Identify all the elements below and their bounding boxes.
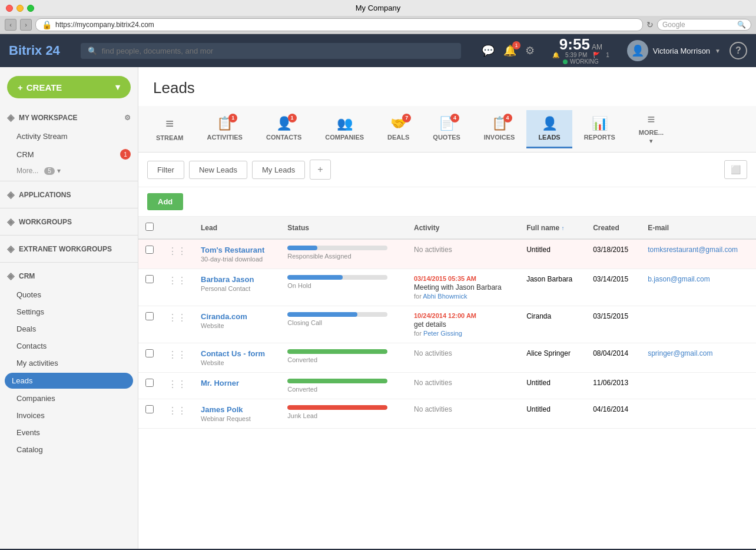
sidebar-item-my-activities[interactable]: My activities: [0, 354, 138, 372]
fullname-header[interactable]: Full name ↑: [519, 217, 586, 239]
header-search-bar[interactable]: 🔍: [81, 43, 461, 59]
filter-button[interactable]: Filter: [147, 161, 184, 179]
lead-name-link[interactable]: James Polk: [201, 405, 273, 414]
email-header[interactable]: E-mail: [641, 217, 756, 239]
row-checkbox-cell[interactable]: [138, 373, 161, 399]
activity-header[interactable]: Activity: [407, 217, 519, 239]
browser-toolbar: ‹ › 🔒 https://mycompany.bitrix24.com ↻ G…: [0, 16, 756, 34]
row-checkbox[interactable]: [145, 312, 154, 320]
status-bar-fill: [287, 379, 387, 383]
my-leads-button[interactable]: My Leads: [252, 161, 305, 179]
tab-invoices[interactable]: 📋 4 INVOICES: [472, 110, 527, 148]
chat-icon[interactable]: 💬: [482, 44, 495, 57]
sidebar-item-contacts[interactable]: Contacts: [0, 337, 138, 354]
sidebar-item-deals[interactable]: Deals: [0, 320, 138, 337]
sidebar-item-crm[interactable]: CRM 1: [0, 145, 138, 164]
status-bar-container: Closing Call: [287, 312, 387, 326]
row-checkbox-cell[interactable]: [138, 343, 161, 373]
add-button[interactable]: Add: [147, 193, 183, 210]
created-cell: 03/14/2015: [586, 269, 641, 306]
select-all-header[interactable]: [138, 217, 161, 239]
notification-icon[interactable]: 🔔 1: [503, 44, 516, 57]
status-cell: Responsible Assigned: [280, 239, 407, 269]
browser-search[interactable]: Google 🔍: [657, 19, 751, 31]
row-checkbox[interactable]: [145, 379, 154, 387]
expand-button[interactable]: ⬜: [724, 160, 747, 179]
working-label: WORKING: [570, 58, 599, 65]
sidebar-item-more[interactable]: More... 5 ▾: [0, 164, 138, 178]
tab-deals[interactable]: 🤝 7 DEALS: [376, 110, 421, 148]
tab-quotes[interactable]: 📄 4 QUOTES: [421, 110, 472, 148]
help-button[interactable]: ?: [730, 42, 747, 59]
tab-reports[interactable]: 📊 REPORTS: [572, 110, 627, 148]
created-date: 08/04/2014: [593, 349, 628, 357]
sidebar-item-quotes[interactable]: Quotes: [0, 286, 138, 303]
select-all-checkbox[interactable]: [145, 223, 154, 231]
user-section[interactable]: 👤 Victoria Morrison ▼: [627, 40, 721, 61]
drag-handle-icon[interactable]: ⋮⋮: [168, 276, 187, 286]
tab-more[interactable]: ≡ MORE... ▾: [627, 106, 675, 152]
new-leads-button[interactable]: New Leads: [189, 161, 247, 179]
url-bar[interactable]: 🔒 https://mycompany.bitrix24.com: [35, 18, 643, 31]
tab-stream[interactable]: ≡ STREAM: [144, 110, 195, 149]
forward-button[interactable]: ›: [20, 19, 32, 31]
row-checkbox-cell[interactable]: [138, 239, 161, 269]
row-handle-cell: ⋮⋮: [161, 399, 194, 429]
created-date: 11/06/2013: [593, 379, 628, 387]
header-search-input[interactable]: [102, 47, 220, 55]
deals-badge: 7: [402, 114, 411, 122]
row-checkbox-cell[interactable]: [138, 399, 161, 429]
create-button[interactable]: + CREATE ▾: [7, 76, 131, 98]
time-ampm: AM: [592, 43, 602, 51]
catalog-label: Catalog: [16, 445, 43, 454]
row-checkbox[interactable]: [145, 246, 154, 254]
row-checkbox[interactable]: [145, 405, 154, 413]
sidebar-section-workgroups[interactable]: ◈ WORKGROUPS: [0, 211, 138, 232]
gear-icon[interactable]: ⚙: [124, 114, 131, 122]
sidebar-section-crm[interactable]: ◈ CRM: [0, 266, 138, 286]
minimize-dot[interactable]: [16, 5, 24, 12]
lead-name-link[interactable]: Mr. Horner: [201, 379, 273, 387]
sidebar-item-leads[interactable]: Leads: [5, 373, 133, 389]
lead-name-link[interactable]: Tom's Restaurant: [201, 246, 273, 254]
refresh-button[interactable]: ↻: [646, 20, 654, 29]
sidebar-section-my-workspace[interactable]: ◈ MY WORKSPACE ⚙: [0, 107, 138, 128]
sidebar-item-activity-stream[interactable]: Activity Stream: [0, 128, 138, 145]
activity-for-link[interactable]: Peter Gissing: [423, 330, 462, 337]
maximize-dot[interactable]: [27, 5, 34, 12]
created-header[interactable]: Created: [586, 217, 641, 239]
lead-header[interactable]: Lead: [194, 217, 280, 239]
drag-handle-icon[interactable]: ⋮⋮: [168, 350, 187, 360]
activity-for-link[interactable]: Abhi Bhowmick: [423, 293, 467, 300]
tab-companies[interactable]: 👥 COMPANIES: [313, 110, 376, 148]
row-checkbox-cell[interactable]: [138, 306, 161, 343]
lead-name-link[interactable]: Ciranda.com: [201, 312, 273, 321]
drag-handle-icon[interactable]: ⋮⋮: [168, 379, 187, 389]
add-filter-button[interactable]: +: [310, 160, 330, 180]
drag-handle-icon[interactable]: ⋮⋮: [168, 406, 187, 416]
close-dot[interactable]: [6, 5, 13, 12]
row-checkbox[interactable]: [145, 275, 154, 283]
tab-activities[interactable]: 📋 1 ACTIVITIES: [195, 110, 254, 148]
status-label: Converted: [287, 386, 387, 393]
drag-handle-icon[interactable]: ⋮⋮: [168, 246, 187, 256]
settings-icon[interactable]: ⚙: [525, 44, 535, 57]
sidebar-section-extranet[interactable]: ◈ EXTRANET WORKGROUPS: [0, 238, 138, 259]
fullname-cell: Untitled: [519, 373, 586, 399]
tab-contacts[interactable]: 👤 1 CONTACTS: [254, 110, 313, 148]
tab-leads[interactable]: 👤 LEADS: [526, 110, 572, 148]
sidebar-item-catalog[interactable]: Catalog: [0, 441, 138, 458]
sidebar-section-applications[interactable]: ◈ APPLICATIONS: [0, 184, 138, 205]
row-checkbox[interactable]: [145, 349, 154, 357]
sidebar-item-events[interactable]: Events: [0, 424, 138, 441]
working-dot: [563, 59, 568, 64]
drag-handle-icon[interactable]: ⋮⋮: [168, 313, 187, 323]
back-button[interactable]: ‹: [5, 19, 16, 31]
sidebar-item-settings[interactable]: Settings: [0, 303, 138, 320]
status-header[interactable]: Status: [280, 217, 407, 239]
sidebar-item-companies[interactable]: Companies: [0, 390, 138, 407]
row-checkbox-cell[interactable]: [138, 269, 161, 306]
lead-name-link[interactable]: Contact Us - form: [201, 349, 273, 358]
lead-name-link[interactable]: Barbara Jason: [201, 275, 273, 284]
sidebar-item-invoices[interactable]: Invoices: [0, 407, 138, 424]
